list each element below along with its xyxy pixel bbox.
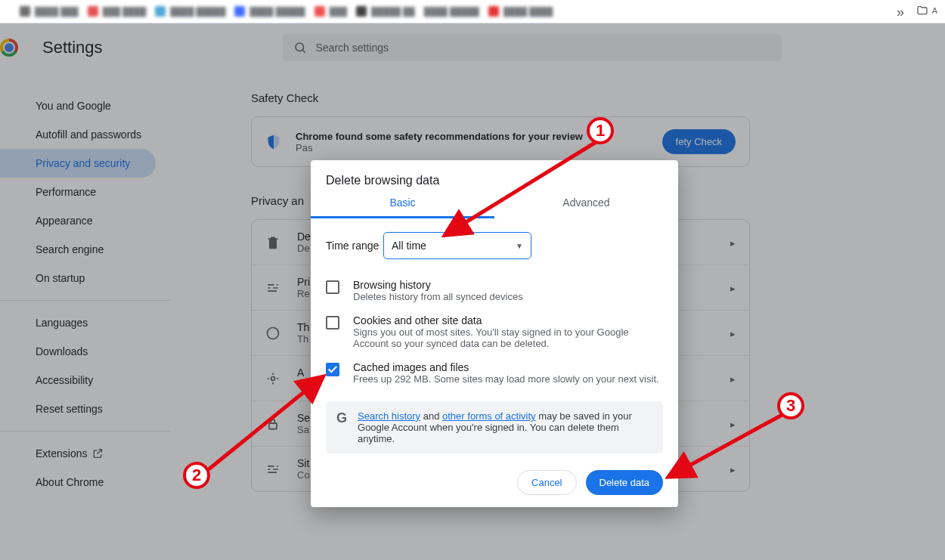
bookmark-item[interactable]: ████ ███ [20, 6, 79, 17]
dialog-title: Delete browsing data [311, 160, 678, 196]
bookmark-item[interactable]: ███ [314, 6, 347, 17]
bookmark-item[interactable]: ████ █████ [234, 6, 305, 17]
dialog-tabs: Basic Advanced [311, 196, 678, 218]
search-history-link[interactable]: Search history [358, 410, 420, 422]
annotation-callout-2: 2 [183, 462, 210, 489]
bookmark-item[interactable]: ████ ████ [488, 6, 553, 17]
tab-basic[interactable]: Basic [311, 196, 494, 218]
folder-icon [916, 5, 929, 17]
notice-text: and [420, 410, 442, 422]
browser-tabstrip: ████ ███ ███ ████ ████ █████ ████ █████ … [0, 0, 945, 23]
option-desc: Deletes history from all synced devices [353, 291, 523, 302]
bookmark-item[interactable]: ████ █████ [155, 6, 225, 17]
annotation-callout-3: 3 [777, 392, 804, 419]
time-range-value: All time [392, 240, 426, 252]
option-cached[interactable]: Cached images and files Frees up 292 MB.… [326, 355, 663, 391]
time-range-label: Time range [326, 240, 383, 252]
bookmarks-folder[interactable]: A [916, 5, 937, 17]
option-desc: Signs you out of most sites. You'll stay… [353, 326, 663, 349]
option-cookies[interactable]: Cookies and other site data Signs you ou… [326, 308, 663, 355]
option-title: Cookies and other site data [353, 314, 663, 326]
delete-data-button[interactable]: Delete data [586, 470, 664, 495]
other-activity-link[interactable]: other forms of activity [442, 410, 536, 422]
google-account-notice: G Search history and other forms of acti… [326, 401, 663, 453]
bookmark-item[interactable]: █████ ██ [356, 6, 415, 17]
checkbox[interactable] [326, 316, 339, 330]
time-range-select[interactable]: All time ▼ [383, 232, 531, 259]
tab-advanced[interactable]: Advanced [494, 196, 678, 218]
option-title: Browsing history [353, 279, 523, 291]
google-g-icon: G [336, 410, 347, 444]
bookmark-item[interactable]: ████ █████ [424, 7, 479, 16]
delete-browsing-data-dialog: Delete browsing data Basic Advanced Time… [311, 160, 678, 507]
option-browsing-history[interactable]: Browsing history Deletes history from al… [326, 273, 663, 308]
checkbox[interactable] [326, 363, 339, 376]
option-desc: Frees up 292 MB. Some sites may load mor… [353, 373, 659, 385]
tabs-overflow-icon[interactable]: » [897, 5, 904, 20]
cancel-button[interactable]: Cancel [517, 470, 576, 495]
bookmarks-folder-letter: A [932, 6, 937, 15]
option-title: Cached images and files [353, 361, 659, 373]
caret-down-icon: ▼ [516, 242, 523, 250]
bookmark-item[interactable]: ███ ████ [88, 6, 147, 17]
annotation-callout-1: 1 [587, 117, 614, 144]
checkbox[interactable] [326, 280, 339, 294]
